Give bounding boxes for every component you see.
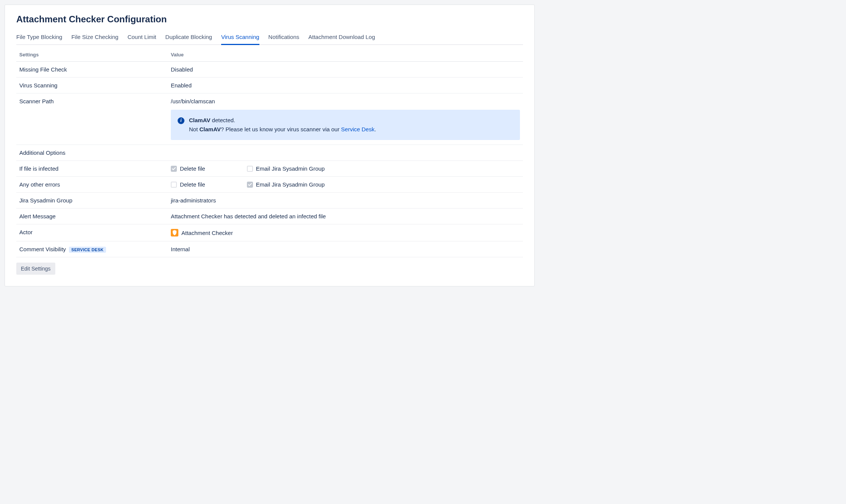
info-icon: i [178,117,184,124]
info-period: . [375,126,376,132]
row-additional-options: Additional Options [16,145,523,161]
tab-count-limit[interactable]: Count Limit [128,31,156,45]
label-virus-scanning: Virus Scanning [16,78,168,93]
info-strong-2: ClamAV [200,126,221,132]
row-sysadmin-group: Jira Sysadmin Group jira-administrators [16,193,523,208]
tab-attachment-download-log[interactable]: Attachment Download Log [308,31,375,45]
row-missing-file-check: Missing File Check Disabled [16,62,523,78]
checkbox-infected-email-label: Email Jira Sysadmin Group [256,165,325,172]
checkbox-errors-email: Email Jira Sysadmin Group [247,181,325,188]
label-other-errors: Any other errors [16,177,168,193]
row-virus-scanning: Virus Scanning Enabled [16,78,523,93]
service-desk-badge: SERVICE DESK [69,247,106,253]
edit-settings-button[interactable]: Edit Settings [16,263,55,275]
value-actor-cell: Attachment Checker [168,224,523,241]
checkbox-errors-email-box[interactable] [247,182,253,188]
settings-table: Settings Value Missing File Check Disabl… [16,48,523,257]
label-additional-options: Additional Options [16,145,523,161]
config-panel: Attachment Checker Configuration File Ty… [5,5,535,286]
label-comment-visibility: Comment Visibility [19,246,66,252]
value-actor: Attachment Checker [181,230,233,236]
tab-virus-scanning[interactable]: Virus Scanning [221,31,259,45]
info-detected-suffix: detected. [210,117,235,123]
label-sysadmin-group: Jira Sysadmin Group [16,193,168,208]
tab-notifications[interactable]: Notifications [268,31,300,45]
label-missing-file-check: Missing File Check [16,62,168,78]
value-virus-scanning: Enabled [168,78,523,93]
checkbox-errors-delete: Delete file [171,181,205,188]
row-alert-message: Alert Message Attachment Checker has det… [16,208,523,224]
checkbox-infected-email: Email Jira Sysadmin Group [247,165,325,172]
row-comment-visibility: Comment Visibility SERVICE DESK Internal [16,241,523,257]
label-comment-visibility-cell: Comment Visibility SERVICE DESK [16,241,168,257]
row-actor: Actor Attachment Checker [16,224,523,241]
label-alert-message: Alert Message [16,208,168,224]
page-title: Attachment Checker Configuration [16,14,523,25]
row-if-infected: If file is infected Delete file Email Ji… [16,161,523,177]
shield-icon [171,229,178,236]
checkbox-infected-email-box[interactable] [247,166,253,172]
checkbox-infected-delete-label: Delete file [180,165,205,172]
row-other-errors: Any other errors Delete file Email Jira … [16,177,523,193]
tabs-container: File Type BlockingFile Size CheckingCoun… [16,31,523,45]
info-box: i ClamAV detected. Not ClamAV? Please le… [171,110,520,140]
checkbox-errors-delete-label: Delete file [180,181,205,188]
value-missing-file-check: Disabled [168,62,523,78]
checkbox-errors-email-label: Email Jira Sysadmin Group [256,181,325,188]
service-desk-link[interactable]: Service Desk [341,126,375,132]
info-not-suffix: ? Please let us know your virus scanner … [221,126,341,132]
value-other-errors: Delete file Email Jira Sysadmin Group [168,177,523,193]
value-if-infected: Delete file Email Jira Sysadmin Group [168,161,523,177]
info-body: ClamAV detected. Not ClamAV? Please let … [189,116,376,134]
info-icon-wrap: i [178,116,184,124]
value-comment-visibility: Internal [168,241,523,257]
checkbox-infected-delete-box[interactable] [171,166,177,172]
label-actor: Actor [16,224,168,241]
value-sysadmin-group: jira-administrators [168,193,523,208]
checkbox-errors-delete-box[interactable] [171,182,177,188]
header-value: Value [168,48,523,62]
info-strong-1: ClamAV [189,117,210,123]
label-if-infected: If file is infected [16,161,168,177]
row-scanner-path: Scanner Path /usr/bin/clamscan i ClamAV … [16,93,523,145]
value-scanner-path-cell: /usr/bin/clamscan i ClamAV detected. Not… [168,93,523,145]
value-scanner-path: /usr/bin/clamscan [171,98,520,104]
header-settings: Settings [16,48,168,62]
checkbox-infected-delete: Delete file [171,165,205,172]
tab-file-type-blocking[interactable]: File Type Blocking [16,31,62,45]
info-not-prefix: Not [189,126,200,132]
tab-file-size-checking[interactable]: File Size Checking [71,31,118,45]
value-alert-message: Attachment Checker has detected and dele… [168,208,523,224]
tab-duplicate-blocking[interactable]: Duplicate Blocking [165,31,212,45]
label-scanner-path: Scanner Path [16,93,168,145]
